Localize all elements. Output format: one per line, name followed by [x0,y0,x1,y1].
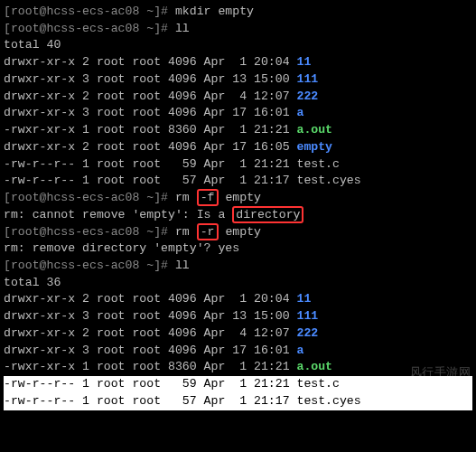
file-meta: drwxr-xr-x 3 root root 4096 Apr 17 16:01 [4,106,296,119]
listing-row: drwxr-xr-x 2 root root 4096 Apr 1 20:04 … [4,54,472,71]
file-meta: -rw-r--r-- 1 root root 59 Apr 1 21:21 [4,157,296,171]
listing-row: drwxr-xr-x 3 root root 4096 Apr 13 15:00… [4,71,472,89]
file-meta: drwxr-xr-x 2 root root 4096 Apr 4 12:07 [4,326,296,340]
prompt: [root@hcss-ecs-ac08 ~]# [4,225,175,239]
file-name: test.c [296,157,339,171]
file-meta: drwxr-xr-x 2 root root 4096 Apr 17 16:05 [4,140,296,154]
prompt: [root@hcss-ecs-ac08 ~]# [4,259,175,272]
file-meta: -rw-r--r-- 1 root root 57 Apr 1 21:17 [4,394,296,408]
listing-row: drwxr-xr-x 2 root root 4096 Apr 4 12:07 … [4,89,472,106]
file-name: a [296,106,303,119]
terminal-line: total 36 [4,275,472,292]
file-name: a.out [296,123,332,137]
listing-block: drwxr-xr-x 2 root root 4096 Apr 1 20:04 … [4,291,472,410]
listing-row: drwxr-xr-x 3 root root 4096 Apr 17 16:01… [4,343,472,360]
terminal-line: [root@hcss-ecs-ac08 ~]# mkdir empty [4,4,472,21]
terminal-line: rm: cannot remove 'empty': Is a director… [4,207,472,224]
file-meta: drwxr-xr-x 3 root root 4096 Apr 17 16:01 [4,344,296,357]
listing-row: -rw-r--r-- 1 root root 57 Apr 1 21:17 te… [4,173,472,190]
terminal-line: [root@hcss-ecs-ac08 ~]# ll [4,21,472,38]
listing-block: drwxr-xr-x 2 root root 4096 Apr 1 20:04 … [4,54,472,190]
prompt: [root@hcss-ecs-ac08 ~]# [4,5,175,18]
file-meta: -rw-r--r-- 1 root root 57 Apr 1 21:17 [4,174,296,187]
terminal-line: total 40 [4,37,472,54]
file-name: test.c [296,377,339,391]
terminal[interactable]: [root@hcss-ecs-ac08 ~]# mkdir empty [roo… [4,4,472,410]
file-meta: -rwxr-xr-x 1 root root 8360 Apr 1 21:21 [4,360,296,373]
file-meta: drwxr-xr-x 2 root root 4096 Apr 1 20:04 [4,55,296,69]
total-text: total 40 [4,38,61,52]
listing-row: -rwxr-xr-x 1 root root 8360 Apr 1 21:21 … [4,359,472,376]
file-meta: drwxr-xr-x 3 root root 4096 Apr 13 15:00 [4,309,296,323]
file-name: 111 [296,72,318,86]
rm-confirmation: rm: remove directory 'empty'? yes [4,241,239,255]
highlight-flag-r: -r [197,223,219,240]
file-name: test.cyes [296,174,360,187]
listing-row: drwxr-xr-x 2 root root 4096 Apr 1 20:04 … [4,291,472,308]
file-name: 111 [296,309,318,323]
command-text: empty [219,191,261,204]
command-text: rm [175,225,197,239]
command-text: rm [175,191,197,204]
file-name: 222 [296,89,318,103]
terminal-line: rm: remove directory 'empty'? yes [4,240,472,258]
command-text: ll [175,259,190,272]
error-text: rm: cannot remove 'empty': Is a [4,208,232,221]
listing-row: drwxr-xr-x 2 root root 4096 Apr 4 12:07 … [4,325,472,343]
terminal-line: [root@hcss-ecs-ac08 ~]# rm -f empty [4,190,472,207]
command-text: mkdir empty [175,5,254,18]
file-name: a [296,344,303,357]
listing-row: drwxr-xr-x 3 root root 4096 Apr 13 15:00… [4,308,472,325]
file-meta: drwxr-xr-x 2 root root 4096 Apr 1 20:04 [4,292,296,306]
file-name: a.out [296,360,332,373]
listing-row: -rw-r--r-- 1 root root 59 Apr 1 21:21 te… [4,156,472,174]
prompt: [root@hcss-ecs-ac08 ~]# [4,191,175,204]
file-name: 222 [296,326,318,340]
file-name: empty [296,140,332,154]
listing-row: -rwxr-xr-x 1 root root 8360 Apr 1 21:21 … [4,122,472,139]
terminal-line: [root@hcss-ecs-ac08 ~]# ll [4,258,472,275]
file-meta: drwxr-xr-x 2 root root 4096 Apr 4 12:07 [4,89,296,103]
command-text: empty [219,225,261,239]
command-text: ll [175,22,190,35]
terminal-line: [root@hcss-ecs-ac08 ~]# rm -r empty [4,224,472,241]
file-meta: -rw-r--r-- 1 root root 59 Apr 1 21:21 [4,377,296,391]
listing-row: -rw-r--r-- 1 root root 59 Apr 1 21:21 te… [4,376,472,393]
file-name: 11 [296,292,311,306]
prompt: [root@hcss-ecs-ac08 ~]# [4,22,175,35]
file-name: 11 [296,55,311,69]
listing-row: -rw-r--r-- 1 root root 57 Apr 1 21:17 te… [4,393,472,410]
file-name: test.cyes [296,394,360,408]
watermark-text: 风行手游网 [410,364,471,381]
highlight-flag-f: -f [197,189,219,206]
file-meta: drwxr-xr-x 3 root root 4096 Apr 13 15:00 [4,72,296,86]
listing-row: drwxr-xr-x 2 root root 4096 Apr 17 16:05… [4,139,472,156]
listing-row: drwxr-xr-x 3 root root 4096 Apr 17 16:01… [4,105,472,122]
total-text: total 36 [4,276,61,289]
file-meta: -rwxr-xr-x 1 root root 8360 Apr 1 21:21 [4,123,296,137]
highlight-directory-word: directory [232,206,303,223]
